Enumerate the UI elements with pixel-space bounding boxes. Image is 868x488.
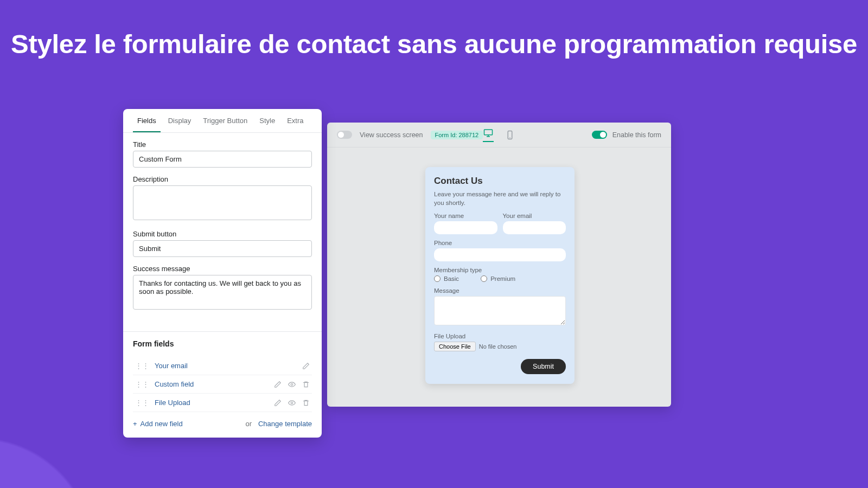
submit-button-input[interactable] [133,240,312,257]
file-upload-label: File Upload [434,333,566,339]
radio-basic-label: Basic [444,275,459,282]
pencil-icon[interactable] [274,399,282,407]
no-file-label: No file chosen [479,343,517,350]
or-label: or [245,420,252,428]
device-tabs [483,128,515,142]
form-title: Contact Us [434,176,566,187]
drag-handle-icon[interactable]: ⋮⋮ [135,362,149,370]
description-label: Description [133,175,312,183]
tab-style[interactable]: Style [255,110,279,132]
message-input[interactable] [434,296,566,325]
change-template-link[interactable]: Change template [258,420,312,428]
success-message-label: Success message [133,265,312,273]
radio-premium-label: Premium [490,275,515,282]
editor-tabs: Fields Display Trigger Button Style Extr… [123,109,322,133]
email-input[interactable] [503,221,566,234]
view-success-label: View success screen [360,131,423,139]
tab-extra[interactable]: Extra [283,110,308,132]
drag-handle-icon[interactable]: ⋮⋮ [135,399,149,407]
name-input[interactable] [434,221,497,234]
preview-toolbar: View success screen Form Id: 288712 Enab… [327,123,671,147]
name-label: Your name [434,213,497,219]
message-label: Message [434,287,566,294]
eye-icon[interactable] [288,399,296,407]
add-new-field-button[interactable]: + Add new field [133,420,183,428]
plus-icon: + [133,420,137,428]
submit-button-label: Submit button [133,230,312,238]
enable-form-label: Enable this form [612,131,661,139]
enable-form-toggle[interactable] [592,131,607,139]
pencil-icon[interactable] [274,381,282,388]
submit-button[interactable]: Submit [521,359,566,374]
membership-label: Membership type [434,267,566,273]
form-description: Leave your message here and we will repl… [434,190,566,207]
title-input[interactable] [133,151,312,168]
form-fields-heading: Form fields [133,339,312,348]
desktop-icon[interactable] [483,128,494,142]
field-row[interactable]: ⋮⋮ Your email [133,357,312,375]
tab-trigger-button[interactable]: Trigger Button [199,110,252,132]
choose-file-button[interactable]: Choose File [434,342,476,351]
description-input[interactable] [133,185,312,220]
view-success-toggle[interactable] [337,131,352,139]
tab-display[interactable]: Display [164,110,196,132]
trash-icon[interactable] [302,381,310,388]
title-label: Title [133,140,312,149]
svg-rect-2 [484,130,493,135]
pencil-icon[interactable] [302,362,310,370]
phone-label: Phone [434,240,566,246]
field-name: Your email [155,362,302,370]
field-row[interactable]: ⋮⋮ File Upload [133,394,312,412]
trash-icon[interactable] [302,399,310,407]
email-label: Your email [503,213,566,219]
preview-panel: View success screen Form Id: 288712 Enab… [327,123,671,407]
preview-form-card: Contact Us Leave your message here and w… [425,167,575,384]
radio-basic[interactable]: Basic [434,275,459,282]
mobile-icon[interactable] [505,130,515,140]
drag-handle-icon[interactable]: ⋮⋮ [135,380,149,388]
success-message-input[interactable]: Thanks for contacting us. We will get ba… [133,275,312,310]
form-fields-section: Form fields ⋮⋮ Your email ⋮⋮ Custom fiel… [123,331,322,438]
eye-icon[interactable] [288,381,296,388]
field-name: File Upload [155,399,274,407]
svg-point-1 [291,402,293,404]
radio-premium[interactable]: Premium [481,275,515,282]
editor-panel: Fields Display Trigger Button Style Extr… [123,109,322,438]
add-new-field-label: Add new field [141,420,183,428]
field-name: Custom field [155,380,274,388]
hero-title: Stylez le formulaire de contact sans auc… [0,29,868,60]
phone-input[interactable] [434,248,566,261]
field-row[interactable]: ⋮⋮ Custom field [133,375,312,394]
tab-fields[interactable]: Fields [133,110,161,132]
svg-point-0 [291,383,293,386]
form-id-badge: Form Id: 288712 [431,131,483,139]
